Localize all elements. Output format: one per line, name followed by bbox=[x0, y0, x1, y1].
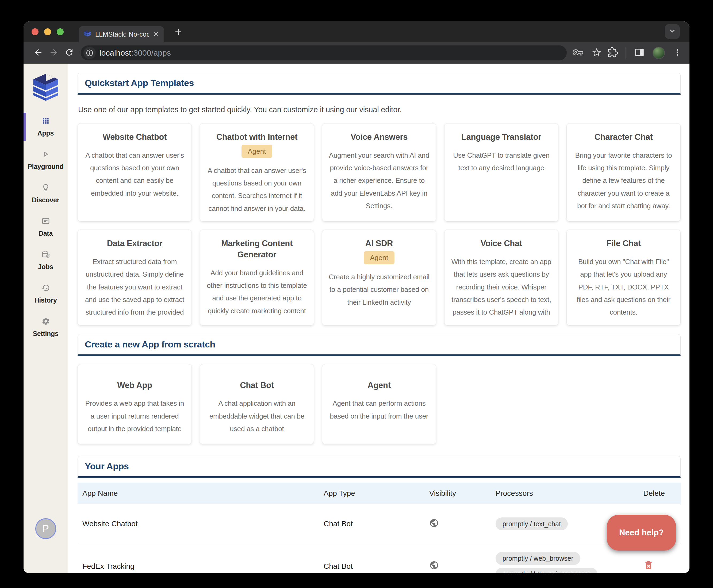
template-card-website-chatbot[interactable]: Website Chatbot A chatbot that can answe… bbox=[78, 123, 192, 222]
sidebar-item-apps[interactable]: Apps bbox=[23, 110, 68, 144]
card-description: Extract structured data from unstructure… bbox=[84, 255, 186, 319]
sidebar-item-settings[interactable]: Settings bbox=[23, 311, 68, 344]
col-delete: Delete bbox=[638, 483, 681, 504]
gear-icon bbox=[41, 317, 50, 327]
minimize-window-button[interactable] bbox=[44, 28, 51, 35]
jobs-calendar-icon bbox=[41, 250, 50, 260]
password-key-icon[interactable] bbox=[573, 47, 583, 59]
processor-chip: promptly / http_api_processor bbox=[495, 568, 597, 573]
browser-tab[interactable]: LLMStack: No-code platform bbox=[79, 26, 164, 42]
tab-search-button[interactable] bbox=[665, 24, 680, 39]
apps-grid-icon bbox=[41, 117, 50, 126]
lightbulb-icon bbox=[41, 183, 50, 193]
templates-subtitle: Use one of our app templates to get star… bbox=[78, 105, 680, 114]
address-bar-actions bbox=[573, 47, 602, 59]
globe-icon bbox=[429, 563, 439, 572]
table-row: FedEx Tracking Chat Bot promptly / web_b… bbox=[78, 544, 681, 573]
sidebar-item-label: Settings bbox=[33, 330, 58, 338]
templates-section-header: Quickstart App Templates bbox=[78, 73, 681, 94]
sidebar-item-playground[interactable]: Playground bbox=[23, 144, 68, 177]
sidebar-item-label: History bbox=[34, 296, 57, 304]
sidebar-item-label: Discover bbox=[32, 196, 59, 204]
kebab-menu-icon[interactable] bbox=[672, 47, 683, 59]
site-info-icon[interactable] bbox=[83, 47, 96, 59]
url-text: localhost:3000/apps bbox=[100, 48, 171, 58]
toolbar-right-actions bbox=[607, 47, 683, 59]
sidebar-item-label: Apps bbox=[37, 129, 54, 137]
your-apps-table: App Name App Type Visibility Processors … bbox=[78, 483, 681, 573]
template-card-voice-chat[interactable]: Voice Chat With this template, create an… bbox=[444, 230, 558, 325]
sidebar-item-jobs[interactable]: Jobs bbox=[23, 244, 68, 277]
template-card-grid: Website Chatbot A chatbot that can answe… bbox=[78, 123, 681, 326]
template-card-data-extractor[interactable]: Data Extractor Extract structured data f… bbox=[78, 230, 192, 325]
card-title: Character Chat bbox=[573, 131, 674, 143]
back-button[interactable] bbox=[30, 45, 46, 61]
sidebar-item-history[interactable]: History bbox=[23, 277, 68, 311]
card-title: Data Extractor bbox=[84, 238, 186, 249]
toolbar-divider bbox=[626, 47, 626, 59]
card-description: Create a highly customized email to a po… bbox=[328, 271, 430, 309]
chevron-down-icon bbox=[668, 26, 677, 37]
template-card-marketing-content-generator[interactable]: Marketing Content Generator Add your bra… bbox=[200, 230, 314, 325]
scratch-card-grid: Web App Provides a web app that takes in… bbox=[78, 364, 681, 444]
scratch-card-chat-bot[interactable]: Chat Bot A chat application with an embe… bbox=[200, 364, 314, 444]
data-folder-icon bbox=[41, 217, 50, 226]
template-card-chatbot-with-internet[interactable]: Chatbot with Internet Agent A chatbot th… bbox=[200, 123, 314, 222]
table-header-row: App Name App Type Visibility Processors … bbox=[78, 483, 681, 504]
extensions-icon[interactable] bbox=[607, 47, 618, 59]
your-apps-section-header: Your Apps bbox=[78, 456, 681, 478]
llmstack-logo[interactable] bbox=[31, 70, 61, 103]
card-title: Agent bbox=[328, 380, 430, 391]
card-title: Chat Bot bbox=[206, 380, 308, 391]
card-description: Provides a web app that takes in a user … bbox=[84, 397, 186, 435]
col-app-type: App Type bbox=[319, 483, 424, 504]
card-title: Voice Answers bbox=[328, 131, 430, 143]
close-window-button[interactable] bbox=[32, 28, 39, 35]
section-title: Quickstart App Templates bbox=[85, 78, 194, 88]
reload-button[interactable] bbox=[62, 45, 77, 61]
card-title: Marketing Content Generator bbox=[206, 238, 308, 260]
template-card-voice-answers[interactable]: Voice Answers Augment your search with A… bbox=[322, 123, 436, 222]
tab-strip: LLMStack: No-code platform bbox=[23, 21, 690, 42]
card-title: File Chat bbox=[573, 238, 674, 249]
forward-button[interactable] bbox=[46, 45, 62, 61]
sidebar-item-discover[interactable]: Discover bbox=[23, 177, 68, 210]
main-content: Quickstart App Templates Use one of our … bbox=[68, 64, 690, 573]
back-icon bbox=[34, 47, 43, 58]
profile-avatar[interactable] bbox=[653, 47, 665, 59]
sidebar-item-data[interactable]: Data bbox=[23, 210, 68, 244]
side-panel-icon[interactable] bbox=[634, 47, 645, 59]
sidebar-item-label: Playground bbox=[27, 163, 64, 170]
sidebar-item-label: Jobs bbox=[38, 263, 53, 271]
card-description: Use ChatGPT to translate given text to a… bbox=[450, 149, 552, 174]
trash-icon bbox=[643, 567, 654, 571]
address-bar[interactable]: localhost:3000/apps bbox=[81, 45, 567, 60]
scratch-card-web-app[interactable]: Web App Provides a web app that takes in… bbox=[78, 364, 192, 444]
col-app-name: App Name bbox=[78, 483, 319, 504]
app-name-link[interactable]: FedEx Tracking bbox=[78, 544, 319, 573]
template-card-character-chat[interactable]: Character Chat Bring your favorite chara… bbox=[567, 123, 681, 222]
sidebar-item-label: Data bbox=[39, 230, 53, 237]
card-title: Language Translator bbox=[450, 131, 552, 143]
card-title: AI SDR bbox=[328, 238, 430, 249]
scratch-card-agent[interactable]: Agent Agent that can perform actions bas… bbox=[322, 364, 436, 444]
zoom-window-button[interactable] bbox=[57, 28, 64, 35]
card-description: A chatbot that can answer user's questio… bbox=[206, 164, 308, 215]
template-card-language-translator[interactable]: Language Translator Use ChatGPT to trans… bbox=[444, 123, 558, 222]
template-card-ai-sdr[interactable]: AI SDR Agent Create a highly customized … bbox=[322, 230, 436, 325]
need-help-button[interactable]: Need help? bbox=[607, 515, 676, 551]
app-name-link[interactable]: Website Chatbot bbox=[78, 504, 319, 544]
card-description: Bring your favorite characters to life u… bbox=[573, 149, 674, 212]
delete-app-button[interactable] bbox=[643, 560, 654, 571]
app-type-cell: Chat Bot bbox=[319, 504, 424, 544]
card-title: Voice Chat bbox=[450, 238, 552, 249]
card-title: Web App bbox=[84, 380, 186, 391]
template-card-file-chat[interactable]: File Chat Build you own "Chat with File"… bbox=[567, 230, 681, 325]
close-tab-icon[interactable] bbox=[152, 31, 159, 38]
bookmark-star-icon[interactable] bbox=[591, 47, 602, 59]
history-clock-icon bbox=[41, 284, 50, 293]
new-tab-button[interactable] bbox=[171, 25, 186, 39]
user-avatar[interactable]: P bbox=[35, 518, 56, 539]
card-description: A chat application with an embeddable wi… bbox=[206, 397, 308, 435]
col-visibility: Visibility bbox=[424, 483, 491, 504]
